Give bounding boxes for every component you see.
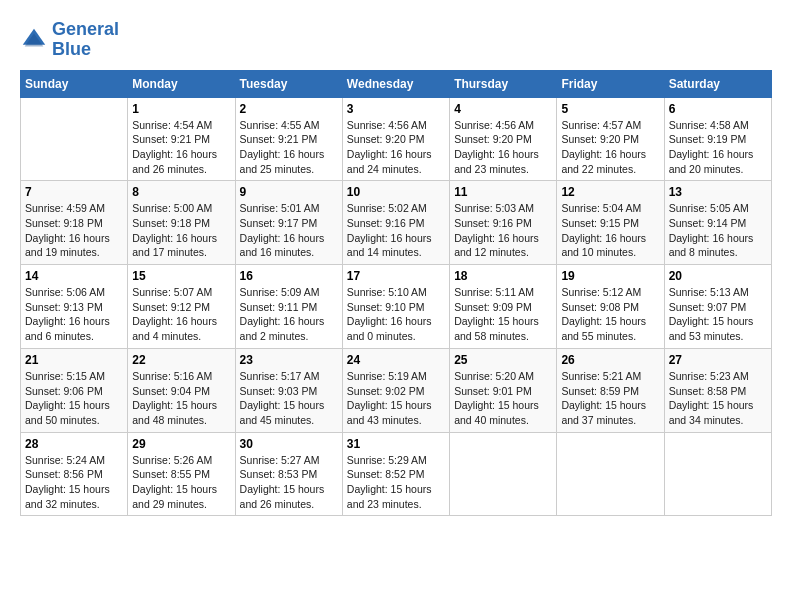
calendar-week-2: 7Sunrise: 4:59 AMSunset: 9:18 PMDaylight… (21, 181, 772, 265)
day-info: Sunrise: 5:05 AMSunset: 9:14 PMDaylight:… (669, 201, 767, 260)
day-info: Sunrise: 5:16 AMSunset: 9:04 PMDaylight:… (132, 369, 230, 428)
day-number: 22 (132, 353, 230, 367)
calendar-week-1: 1Sunrise: 4:54 AMSunset: 9:21 PMDaylight… (21, 97, 772, 181)
calendar-cell: 17Sunrise: 5:10 AMSunset: 9:10 PMDayligh… (342, 265, 449, 349)
logo-icon (20, 26, 48, 54)
day-info: Sunrise: 4:56 AMSunset: 9:20 PMDaylight:… (347, 118, 445, 177)
day-number: 27 (669, 353, 767, 367)
day-info: Sunrise: 5:12 AMSunset: 9:08 PMDaylight:… (561, 285, 659, 344)
day-number: 2 (240, 102, 338, 116)
calendar-table: SundayMondayTuesdayWednesdayThursdayFrid… (20, 70, 772, 517)
calendar-cell: 4Sunrise: 4:56 AMSunset: 9:20 PMDaylight… (450, 97, 557, 181)
weekday-header-saturday: Saturday (664, 70, 771, 97)
day-info: Sunrise: 4:59 AMSunset: 9:18 PMDaylight:… (25, 201, 123, 260)
calendar-cell: 10Sunrise: 5:02 AMSunset: 9:16 PMDayligh… (342, 181, 449, 265)
calendar-cell (21, 97, 128, 181)
calendar-cell: 14Sunrise: 5:06 AMSunset: 9:13 PMDayligh… (21, 265, 128, 349)
calendar-cell: 7Sunrise: 4:59 AMSunset: 9:18 PMDaylight… (21, 181, 128, 265)
weekday-header-wednesday: Wednesday (342, 70, 449, 97)
day-info: Sunrise: 5:11 AMSunset: 9:09 PMDaylight:… (454, 285, 552, 344)
calendar-week-5: 28Sunrise: 5:24 AMSunset: 8:56 PMDayligh… (21, 432, 772, 516)
day-info: Sunrise: 5:17 AMSunset: 9:03 PMDaylight:… (240, 369, 338, 428)
day-number: 13 (669, 185, 767, 199)
logo: General Blue (20, 20, 119, 60)
day-number: 9 (240, 185, 338, 199)
day-info: Sunrise: 5:19 AMSunset: 9:02 PMDaylight:… (347, 369, 445, 428)
calendar-cell: 11Sunrise: 5:03 AMSunset: 9:16 PMDayligh… (450, 181, 557, 265)
calendar-body: 1Sunrise: 4:54 AMSunset: 9:21 PMDaylight… (21, 97, 772, 516)
calendar-cell: 16Sunrise: 5:09 AMSunset: 9:11 PMDayligh… (235, 265, 342, 349)
calendar-cell: 26Sunrise: 5:21 AMSunset: 8:59 PMDayligh… (557, 348, 664, 432)
day-number: 11 (454, 185, 552, 199)
day-info: Sunrise: 5:26 AMSunset: 8:55 PMDaylight:… (132, 453, 230, 512)
day-info: Sunrise: 4:57 AMSunset: 9:20 PMDaylight:… (561, 118, 659, 177)
calendar-cell: 27Sunrise: 5:23 AMSunset: 8:58 PMDayligh… (664, 348, 771, 432)
calendar-cell: 21Sunrise: 5:15 AMSunset: 9:06 PMDayligh… (21, 348, 128, 432)
day-info: Sunrise: 5:07 AMSunset: 9:12 PMDaylight:… (132, 285, 230, 344)
weekday-header-sunday: Sunday (21, 70, 128, 97)
calendar-cell: 9Sunrise: 5:01 AMSunset: 9:17 PMDaylight… (235, 181, 342, 265)
day-info: Sunrise: 5:15 AMSunset: 9:06 PMDaylight:… (25, 369, 123, 428)
calendar-cell: 23Sunrise: 5:17 AMSunset: 9:03 PMDayligh… (235, 348, 342, 432)
day-info: Sunrise: 5:04 AMSunset: 9:15 PMDaylight:… (561, 201, 659, 260)
day-number: 5 (561, 102, 659, 116)
day-number: 17 (347, 269, 445, 283)
day-number: 1 (132, 102, 230, 116)
day-number: 3 (347, 102, 445, 116)
day-info: Sunrise: 4:56 AMSunset: 9:20 PMDaylight:… (454, 118, 552, 177)
calendar-cell: 3Sunrise: 4:56 AMSunset: 9:20 PMDaylight… (342, 97, 449, 181)
day-info: Sunrise: 4:58 AMSunset: 9:19 PMDaylight:… (669, 118, 767, 177)
day-info: Sunrise: 5:00 AMSunset: 9:18 PMDaylight:… (132, 201, 230, 260)
calendar-cell (450, 432, 557, 516)
day-number: 18 (454, 269, 552, 283)
day-info: Sunrise: 5:20 AMSunset: 9:01 PMDaylight:… (454, 369, 552, 428)
calendar-cell (557, 432, 664, 516)
day-number: 21 (25, 353, 123, 367)
day-info: Sunrise: 5:10 AMSunset: 9:10 PMDaylight:… (347, 285, 445, 344)
day-number: 25 (454, 353, 552, 367)
day-number: 24 (347, 353, 445, 367)
calendar-cell: 30Sunrise: 5:27 AMSunset: 8:53 PMDayligh… (235, 432, 342, 516)
day-info: Sunrise: 5:29 AMSunset: 8:52 PMDaylight:… (347, 453, 445, 512)
day-number: 29 (132, 437, 230, 451)
calendar-cell: 25Sunrise: 5:20 AMSunset: 9:01 PMDayligh… (450, 348, 557, 432)
day-number: 31 (347, 437, 445, 451)
calendar-week-3: 14Sunrise: 5:06 AMSunset: 9:13 PMDayligh… (21, 265, 772, 349)
day-number: 6 (669, 102, 767, 116)
calendar-cell: 28Sunrise: 5:24 AMSunset: 8:56 PMDayligh… (21, 432, 128, 516)
day-info: Sunrise: 5:01 AMSunset: 9:17 PMDaylight:… (240, 201, 338, 260)
calendar-cell: 8Sunrise: 5:00 AMSunset: 9:18 PMDaylight… (128, 181, 235, 265)
day-info: Sunrise: 5:27 AMSunset: 8:53 PMDaylight:… (240, 453, 338, 512)
calendar-cell: 19Sunrise: 5:12 AMSunset: 9:08 PMDayligh… (557, 265, 664, 349)
day-number: 12 (561, 185, 659, 199)
day-info: Sunrise: 5:13 AMSunset: 9:07 PMDaylight:… (669, 285, 767, 344)
day-info: Sunrise: 5:24 AMSunset: 8:56 PMDaylight:… (25, 453, 123, 512)
weekday-header-thursday: Thursday (450, 70, 557, 97)
calendar-cell: 18Sunrise: 5:11 AMSunset: 9:09 PMDayligh… (450, 265, 557, 349)
day-info: Sunrise: 4:55 AMSunset: 9:21 PMDaylight:… (240, 118, 338, 177)
day-number: 15 (132, 269, 230, 283)
day-number: 14 (25, 269, 123, 283)
day-info: Sunrise: 5:23 AMSunset: 8:58 PMDaylight:… (669, 369, 767, 428)
calendar-cell: 6Sunrise: 4:58 AMSunset: 9:19 PMDaylight… (664, 97, 771, 181)
day-number: 10 (347, 185, 445, 199)
calendar-cell: 5Sunrise: 4:57 AMSunset: 9:20 PMDaylight… (557, 97, 664, 181)
day-number: 20 (669, 269, 767, 283)
calendar-cell: 12Sunrise: 5:04 AMSunset: 9:15 PMDayligh… (557, 181, 664, 265)
day-info: Sunrise: 5:02 AMSunset: 9:16 PMDaylight:… (347, 201, 445, 260)
day-number: 8 (132, 185, 230, 199)
day-info: Sunrise: 5:21 AMSunset: 8:59 PMDaylight:… (561, 369, 659, 428)
day-number: 26 (561, 353, 659, 367)
day-number: 19 (561, 269, 659, 283)
day-info: Sunrise: 5:06 AMSunset: 9:13 PMDaylight:… (25, 285, 123, 344)
weekday-header-monday: Monday (128, 70, 235, 97)
day-number: 28 (25, 437, 123, 451)
day-number: 30 (240, 437, 338, 451)
day-number: 16 (240, 269, 338, 283)
calendar-cell (664, 432, 771, 516)
weekday-header-tuesday: Tuesday (235, 70, 342, 97)
calendar-cell: 2Sunrise: 4:55 AMSunset: 9:21 PMDaylight… (235, 97, 342, 181)
calendar-cell: 20Sunrise: 5:13 AMSunset: 9:07 PMDayligh… (664, 265, 771, 349)
calendar-cell: 31Sunrise: 5:29 AMSunset: 8:52 PMDayligh… (342, 432, 449, 516)
day-number: 23 (240, 353, 338, 367)
